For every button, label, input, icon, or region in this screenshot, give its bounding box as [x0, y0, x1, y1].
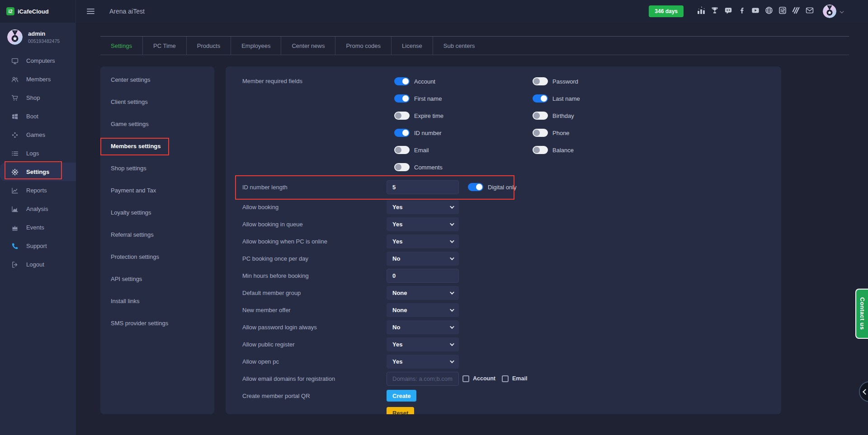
tab-license[interactable]: License — [391, 37, 433, 55]
sidebar-item-analysis[interactable]: Analysis — [0, 200, 76, 218]
allow-public-register-select[interactable]: Yes — [387, 337, 459, 351]
comments-toggle[interactable] — [394, 163, 410, 171]
allow-booking-in-queue-select[interactable]: Yes — [387, 217, 459, 231]
row-label: ID number length — [242, 184, 387, 191]
form-row-allow-email-domains-for-registration: Allow email domains for registration Acc… — [242, 370, 781, 387]
allow-password-login-always-select[interactable]: No — [387, 320, 459, 334]
settings-menu-item-game-settings[interactable]: Game settings — [100, 113, 214, 135]
digital-only-toggle[interactable] — [468, 183, 483, 191]
chevron-down-icon — [450, 221, 454, 226]
account-checkbox[interactable] — [462, 375, 469, 382]
tab-promo-codes[interactable]: Promo codes — [335, 37, 391, 55]
settings-menu-item-referral-settings[interactable]: Referral settings — [100, 224, 214, 246]
sidebar-item-games[interactable]: Games — [0, 126, 76, 144]
allow-open-pc-select[interactable]: Yes — [387, 355, 459, 369]
tab-employees[interactable]: Employees — [231, 37, 281, 55]
toggle-label: Password — [552, 78, 578, 85]
row-label: Allow public register — [242, 341, 387, 348]
gear-icon — [11, 168, 19, 176]
allow-booking-select[interactable]: Yes — [387, 200, 459, 214]
id-number-toggle[interactable] — [394, 129, 410, 137]
logo[interactable]: i2 iCafeCloud — [0, 0, 76, 23]
crown-icon — [11, 224, 19, 231]
allow-email-domains-for-registration-input[interactable] — [387, 372, 459, 386]
discord-icon[interactable] — [724, 6, 732, 14]
sidebar-item-members[interactable]: Members — [0, 70, 76, 89]
allow-booking-when-pc-is-online-select[interactable]: Yes — [387, 234, 459, 248]
row-label: Member required fields — [242, 73, 387, 176]
settings-menu-item-client-settings[interactable]: Client settings — [100, 91, 214, 113]
sidebar-item-settings[interactable]: Settings — [0, 163, 76, 181]
tab-settings[interactable]: Settings — [100, 37, 142, 55]
row-label: New member offer — [242, 307, 387, 313]
settings-menu-item-members-settings[interactable]: Members settings — [100, 135, 214, 157]
monitor-icon — [11, 57, 19, 65]
settings-menu-item-shop-settings[interactable]: Shop settings — [100, 157, 214, 179]
toggle-label: Balance — [552, 147, 574, 154]
toggle-label: Birthday — [552, 112, 574, 119]
new-member-offer-select[interactable]: None — [387, 303, 459, 317]
tab-center-news[interactable]: Center news — [281, 37, 335, 55]
tab-pc-time[interactable]: PC Time — [142, 37, 186, 55]
settings-menu-item-loyalty-settings[interactable]: Loyalty settings — [100, 201, 214, 224]
avatar — [7, 29, 23, 45]
license-days-badge[interactable]: 346 days — [649, 5, 684, 17]
sidebar-item-events[interactable]: Events — [0, 218, 76, 237]
min-hours-before-booking-input[interactable] — [387, 269, 459, 283]
sidebar-item-support[interactable]: Support — [0, 237, 76, 255]
sidebar-item-shop[interactable]: Shop — [0, 89, 76, 107]
chevron-down-icon — [450, 324, 454, 329]
form-row-allow-booking-in-queue: Allow booking in queue Yes — [242, 215, 781, 233]
user-profile[interactable]: admin 005193482475 — [0, 23, 76, 51]
password-toggle[interactable] — [533, 77, 548, 85]
menu-item-label: SMS provider settings — [111, 320, 168, 327]
create-button[interactable]: Create — [387, 390, 416, 402]
email-toggle[interactable] — [394, 146, 410, 154]
settings-menu-item-protection-settings[interactable]: Protection settings — [100, 246, 214, 268]
sidebar-item-label: Games — [26, 131, 45, 138]
globe-icon[interactable] — [765, 6, 773, 14]
settings-menu-item-sms-provider-settings[interactable]: SMS provider settings — [100, 312, 214, 334]
reset-button[interactable]: Reset — [387, 407, 414, 414]
members-settings-panel: Member required fields Account First nam… — [226, 66, 781, 414]
mail-icon[interactable] — [806, 6, 814, 14]
collection-icon[interactable] — [792, 6, 800, 14]
menu-item-label: Referral settings — [111, 231, 154, 238]
icafecloud-icon[interactable] — [778, 6, 787, 14]
default-member-group-select[interactable]: None — [387, 286, 459, 300]
birthday-toggle[interactable] — [533, 112, 548, 120]
sidebar-item-reports[interactable]: Reports — [0, 181, 76, 200]
logo-text: iCafeCloud — [18, 8, 49, 15]
tab-sub-centers[interactable]: Sub centers — [433, 37, 485, 55]
youtube-icon[interactable] — [751, 6, 760, 14]
tab-products[interactable]: Products — [186, 37, 231, 55]
sidebar-item-logs[interactable]: Logs — [0, 144, 76, 163]
id-number-length-input[interactable] — [387, 180, 459, 194]
sidebar-item-boot[interactable]: Boot — [0, 107, 76, 126]
settings-menu-item-payment-and-tax[interactable]: Payment and Tax — [100, 179, 214, 201]
settings-menu-item-api-settings[interactable]: API settings — [100, 268, 214, 290]
facebook-icon[interactable] — [738, 6, 746, 14]
sidebar-item-logout[interactable]: Logout — [0, 255, 76, 274]
sidebar-item-computers[interactable]: Computers — [0, 51, 76, 70]
hamburger-menu-icon[interactable] — [87, 7, 94, 15]
last-name-toggle[interactable] — [533, 94, 548, 103]
menu-item-label: Protection settings — [111, 253, 159, 260]
row-label: Allow password login always — [242, 324, 387, 331]
chevron-down-icon[interactable] — [839, 9, 844, 14]
contact-us-tab[interactable]: Contact us — [855, 289, 868, 339]
settings-menu-item-center-settings[interactable]: Center settings — [100, 69, 214, 91]
email-checkbox[interactable] — [502, 375, 509, 382]
trophy-icon[interactable] — [711, 6, 719, 14]
expire-time-toggle[interactable] — [394, 112, 410, 120]
settings-menu-item-install-links[interactable]: Install links — [100, 290, 214, 312]
balance-toggle[interactable] — [533, 146, 548, 154]
menu-item-label: Game settings — [111, 121, 149, 127]
toggle-label: First name — [414, 95, 442, 102]
account-toggle[interactable] — [394, 77, 410, 85]
avatar[interactable] — [823, 5, 836, 18]
first-name-toggle[interactable] — [394, 94, 410, 103]
ranking-icon[interactable] — [697, 6, 705, 14]
phone-toggle[interactable] — [533, 129, 548, 137]
pc-booking-once-per-day-select[interactable]: No — [387, 252, 459, 266]
